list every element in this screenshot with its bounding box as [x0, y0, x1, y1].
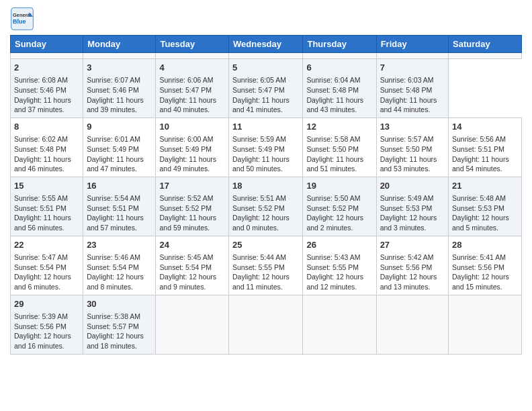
- calendar-week-4: 15Sunrise: 5:55 AMSunset: 5:51 PMDayligh…: [11, 177, 522, 236]
- calendar-cell: [229, 53, 303, 59]
- sunrise-label: Sunrise: 6:06 AM: [159, 76, 213, 84]
- sunset-label: Sunset: 5:53 PM: [380, 204, 433, 212]
- sunset-label: Sunset: 5:52 PM: [306, 204, 359, 212]
- day-number: 27: [380, 239, 445, 251]
- day-number: 7: [380, 62, 445, 74]
- sunset-label: Sunset: 5:46 PM: [14, 86, 66, 94]
- sunrise-label: Sunrise: 5:57 AM: [380, 135, 434, 143]
- daylight-label: Daylight: 11 hours and 57 minutes.: [87, 214, 144, 232]
- calendar-cell: 20Sunrise: 5:49 AMSunset: 5:53 PMDayligh…: [376, 177, 448, 236]
- column-header-wednesday: Wednesday: [229, 36, 303, 53]
- calendar-cell: 26Sunrise: 5:43 AMSunset: 5:55 PMDayligh…: [303, 236, 376, 295]
- svg-text:General: General: [13, 12, 31, 18]
- sunset-label: Sunset: 5:56 PM: [380, 263, 433, 271]
- calendar-week-2: 2Sunrise: 6:08 AMSunset: 5:46 PMDaylight…: [11, 59, 522, 118]
- sunset-label: Sunset: 5:46 PM: [87, 86, 139, 94]
- day-number: 23: [87, 239, 152, 251]
- calendar-cell: 23Sunrise: 5:46 AMSunset: 5:54 PMDayligh…: [83, 236, 156, 295]
- sunset-label: Sunset: 5:56 PM: [452, 263, 504, 271]
- calendar-cell: 24Sunrise: 5:45 AMSunset: 5:54 PMDayligh…: [156, 236, 229, 295]
- calendar-cell: [11, 53, 83, 59]
- calendar-cell: 28Sunrise: 5:41 AMSunset: 5:56 PMDayligh…: [449, 236, 522, 295]
- day-number: 9: [87, 121, 152, 133]
- daylight-label: Daylight: 12 hours and 2 minutes.: [306, 214, 363, 232]
- sunset-label: Sunset: 5:50 PM: [380, 145, 433, 153]
- column-header-sunday: Sunday: [11, 36, 83, 53]
- sunrise-label: Sunrise: 5:58 AM: [306, 135, 360, 143]
- calendar-cell: 2Sunrise: 6:08 AMSunset: 5:46 PMDaylight…: [11, 59, 83, 118]
- daylight-label: Daylight: 11 hours and 46 minutes.: [14, 155, 71, 173]
- sunset-label: Sunset: 5:52 PM: [159, 204, 212, 212]
- daylight-label: Daylight: 12 hours and 15 minutes.: [452, 273, 509, 291]
- logo: General Blue: [10, 7, 34, 31]
- sunset-label: Sunset: 5:49 PM: [159, 145, 212, 153]
- page-header: General Blue: [10, 7, 522, 31]
- sunrise-label: Sunrise: 5:43 AM: [306, 253, 360, 261]
- calendar-cell: 3Sunrise: 6:07 AMSunset: 5:46 PMDaylight…: [83, 59, 156, 118]
- column-header-thursday: Thursday: [303, 36, 376, 53]
- sunset-label: Sunset: 5:48 PM: [306, 86, 359, 94]
- sunset-label: Sunset: 5:48 PM: [14, 145, 66, 153]
- calendar-cell: [303, 53, 376, 59]
- sunset-label: Sunset: 5:54 PM: [87, 263, 139, 271]
- calendar-cell: 4Sunrise: 6:06 AMSunset: 5:47 PMDaylight…: [156, 59, 229, 118]
- day-number: 16: [87, 180, 152, 192]
- sunrise-label: Sunrise: 5:42 AM: [380, 253, 434, 261]
- calendar-cell: [83, 53, 156, 59]
- column-header-saturday: Saturday: [449, 36, 522, 53]
- sunrise-label: Sunrise: 5:49 AM: [380, 194, 434, 202]
- day-number: 18: [232, 180, 299, 192]
- daylight-label: Daylight: 11 hours and 40 minutes.: [159, 96, 216, 114]
- daylight-label: Daylight: 11 hours and 53 minutes.: [380, 155, 437, 173]
- sunrise-label: Sunrise: 5:59 AM: [232, 135, 286, 143]
- sunrise-label: Sunrise: 5:51 AM: [232, 194, 286, 202]
- calendar-cell: 19Sunrise: 5:50 AMSunset: 5:52 PMDayligh…: [303, 177, 376, 236]
- calendar-week-6: 29Sunrise: 5:39 AMSunset: 5:56 PMDayligh…: [11, 295, 522, 354]
- sunset-label: Sunset: 5:47 PM: [232, 86, 285, 94]
- calendar-cell: 12Sunrise: 5:58 AMSunset: 5:50 PMDayligh…: [303, 118, 376, 177]
- day-number: 6: [306, 62, 372, 74]
- day-number: 29: [14, 298, 79, 310]
- sunset-label: Sunset: 5:54 PM: [14, 263, 66, 271]
- sunrise-label: Sunrise: 5:50 AM: [306, 194, 360, 202]
- daylight-label: Daylight: 11 hours and 50 minutes.: [232, 155, 290, 173]
- daylight-label: Daylight: 12 hours and 8 minutes.: [87, 273, 144, 291]
- day-number: 11: [232, 121, 299, 133]
- day-number: 10: [159, 121, 225, 133]
- calendar-cell: 15Sunrise: 5:55 AMSunset: 5:51 PMDayligh…: [11, 177, 83, 236]
- sunset-label: Sunset: 5:52 PM: [232, 204, 285, 212]
- sunrise-label: Sunrise: 5:54 AM: [87, 194, 140, 202]
- calendar-cell: 14Sunrise: 5:56 AMSunset: 5:51 PMDayligh…: [449, 118, 522, 177]
- sunrise-label: Sunrise: 6:07 AM: [87, 76, 140, 84]
- day-number: 24: [159, 239, 225, 251]
- column-header-tuesday: Tuesday: [156, 36, 229, 53]
- daylight-label: Daylight: 12 hours and 0 minutes.: [232, 214, 290, 232]
- sunrise-label: Sunrise: 5:45 AM: [159, 253, 213, 261]
- calendar-cell: 13Sunrise: 5:57 AMSunset: 5:50 PMDayligh…: [376, 118, 448, 177]
- daylight-label: Daylight: 11 hours and 49 minutes.: [159, 155, 216, 173]
- day-number: 28: [452, 239, 518, 251]
- sunrise-label: Sunrise: 5:46 AM: [87, 253, 140, 261]
- daylight-label: Daylight: 11 hours and 37 minutes.: [14, 96, 71, 114]
- daylight-label: Daylight: 11 hours and 43 minutes.: [306, 96, 363, 114]
- sunrise-label: Sunrise: 6:01 AM: [87, 135, 140, 143]
- daylight-label: Daylight: 12 hours and 18 minutes.: [87, 332, 144, 350]
- calendar-header-row: SundayMondayTuesdayWednesdayThursdayFrid…: [11, 36, 522, 53]
- day-number: 21: [452, 180, 518, 192]
- sunrise-label: Sunrise: 5:44 AM: [232, 253, 286, 261]
- sunset-label: Sunset: 5:49 PM: [232, 145, 285, 153]
- day-number: 19: [306, 180, 372, 192]
- daylight-label: Daylight: 12 hours and 13 minutes.: [380, 273, 437, 291]
- calendar-cell: [376, 295, 448, 354]
- calendar-cell: 7Sunrise: 6:03 AMSunset: 5:48 PMDaylight…: [376, 59, 448, 118]
- calendar-cell: [229, 295, 303, 354]
- daylight-label: Daylight: 12 hours and 12 minutes.: [306, 273, 363, 291]
- calendar-cell: 30Sunrise: 5:38 AMSunset: 5:57 PMDayligh…: [83, 295, 156, 354]
- sunrise-label: Sunrise: 5:39 AM: [14, 312, 68, 320]
- calendar-week-3: 8Sunrise: 6:02 AMSunset: 5:48 PMDaylight…: [11, 118, 522, 177]
- sunrise-label: Sunrise: 6:08 AM: [14, 76, 68, 84]
- day-number: 17: [159, 180, 225, 192]
- daylight-label: Daylight: 12 hours and 6 minutes.: [14, 273, 71, 291]
- sunrise-label: Sunrise: 6:03 AM: [380, 76, 434, 84]
- day-number: 13: [380, 121, 445, 133]
